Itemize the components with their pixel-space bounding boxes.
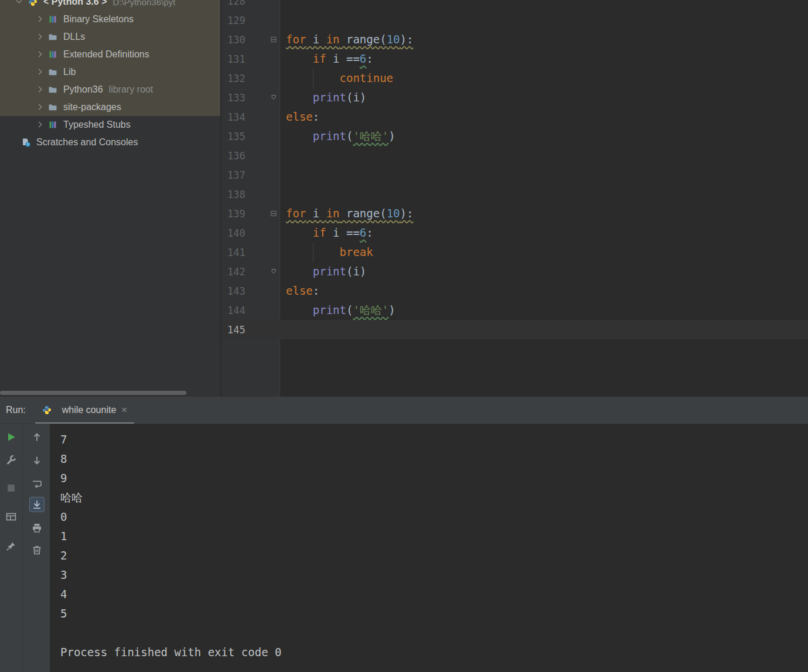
editor-lines: 128129130⊟for i in range(10):131 if i ==… bbox=[221, 0, 808, 339]
chevron-right-icon[interactable] bbox=[35, 121, 43, 129]
trash-button[interactable] bbox=[29, 543, 45, 558]
code-line-129[interactable]: 129 bbox=[221, 11, 808, 30]
code-line-134[interactable]: 134else: bbox=[221, 107, 808, 127]
code-text: for i in range(10): bbox=[280, 204, 413, 223]
run-toolbar-right bbox=[23, 424, 50, 672]
code-line-128[interactable]: 128 bbox=[221, 0, 808, 11]
pin-button[interactable] bbox=[4, 538, 19, 554]
editor-pane[interactable]: 128129130⊟for i in range(10):131 if i ==… bbox=[221, 0, 808, 397]
fold-end-icon[interactable]: ⌂ bbox=[268, 262, 279, 281]
line-number: 137 bbox=[221, 169, 246, 181]
code-line-137[interactable]: 137 bbox=[221, 165, 808, 185]
gutter-line-132[interactable]: 132 bbox=[221, 69, 280, 88]
code-line-139[interactable]: 139⊟for i in range(10): bbox=[221, 204, 808, 223]
run-tab-while-counite[interactable]: while counite × bbox=[35, 397, 134, 424]
gutter-line-139[interactable]: 139⊟ bbox=[221, 204, 280, 223]
code-line-143[interactable]: 143else: bbox=[221, 281, 808, 301]
gutter-line-142[interactable]: 142⌂ bbox=[221, 262, 280, 281]
chevron-right-icon[interactable] bbox=[35, 50, 43, 59]
run-console[interactable]: 789哈哈012345Process finished with exit co… bbox=[50, 424, 808, 672]
line-number: 141 bbox=[221, 247, 246, 258]
code-text: if i ==6: bbox=[280, 49, 373, 69]
run-tab-title: while counite bbox=[62, 405, 117, 415]
tree-item-binary-skeletons[interactable]: Binary Skeletons bbox=[0, 11, 220, 28]
code-text: print('哈哈') bbox=[280, 127, 396, 146]
gutter-line-136[interactable]: 136 bbox=[221, 146, 280, 165]
tree-item-python36[interactable]: Python36library root bbox=[0, 81, 220, 98]
folder-icon bbox=[48, 85, 59, 94]
wrench-button[interactable] bbox=[4, 452, 19, 468]
tree-root-python-3-6[interactable]: < Python 3.6 > D:\Python36\pyt bbox=[0, 0, 220, 11]
layout-button[interactable] bbox=[4, 509, 19, 524]
code-line-141[interactable]: 141 break bbox=[221, 243, 808, 262]
chevron-right-icon[interactable] bbox=[35, 86, 43, 94]
gutter-line-140[interactable]: 140 bbox=[221, 223, 280, 243]
tree-item-typeshed-stubs[interactable]: Typeshed Stubs bbox=[0, 116, 220, 134]
tree-item-scratches-and-consoles[interactable]: Scratches and Consoles bbox=[0, 134, 220, 151]
print-icon bbox=[31, 522, 43, 534]
stop-button[interactable] bbox=[4, 480, 19, 496]
code-line-145[interactable]: 145 bbox=[221, 320, 808, 339]
python-icon bbox=[28, 0, 39, 6]
rerun-button[interactable] bbox=[4, 429, 19, 445]
fold-expanded-icon[interactable]: ⊟ bbox=[268, 30, 279, 49]
tree-item-extended-definitions[interactable]: Extended Definitions bbox=[0, 46, 220, 63]
console-line: 4 bbox=[60, 585, 808, 604]
gutter-line-131[interactable]: 131 bbox=[221, 49, 280, 69]
line-number: 135 bbox=[221, 131, 246, 142]
tree-item-label: Scratches and Consoles bbox=[36, 137, 138, 148]
chevron-down-icon[interactable] bbox=[15, 0, 23, 6]
code-text bbox=[280, 11, 286, 30]
code-line-144[interactable]: 144 print('哈哈') bbox=[221, 301, 808, 320]
fold-expanded-icon[interactable]: ⊟ bbox=[268, 204, 279, 223]
gutter-line-134[interactable]: 134 bbox=[221, 107, 280, 127]
down-arrow-icon bbox=[31, 455, 43, 466]
code-text: continue bbox=[280, 69, 393, 88]
print-button[interactable] bbox=[29, 520, 45, 535]
up-arrow-button[interactable] bbox=[29, 429, 45, 445]
gutter-line-129[interactable]: 129 bbox=[221, 11, 280, 30]
code-line-132[interactable]: 132 continue bbox=[221, 69, 808, 88]
fold-end-icon[interactable]: ⌂ bbox=[268, 88, 279, 107]
code-line-136[interactable]: 136 bbox=[221, 146, 808, 165]
project-horizontal-scrollbar[interactable] bbox=[0, 391, 186, 395]
indent-guide bbox=[313, 69, 313, 88]
close-icon[interactable]: × bbox=[121, 404, 127, 416]
console-line: 哈哈 bbox=[60, 488, 808, 507]
code-line-135[interactable]: 135 print('哈哈') bbox=[221, 127, 808, 146]
gutter-line-138[interactable]: 138 bbox=[221, 185, 280, 204]
code-line-133[interactable]: 133⌂ print(i) bbox=[221, 88, 808, 107]
chevron-right-icon[interactable] bbox=[35, 15, 43, 23]
tree-item-label: Typeshed Stubs bbox=[63, 120, 131, 130]
code-text: print('哈哈') bbox=[280, 301, 396, 320]
gutter-line-141[interactable]: 141 bbox=[221, 243, 280, 262]
code-line-140[interactable]: 140 if i ==6: bbox=[221, 223, 808, 243]
gutter-line-143[interactable]: 143 bbox=[221, 281, 280, 301]
gutter-line-128[interactable]: 128 bbox=[221, 0, 280, 11]
chevron-right-icon[interactable] bbox=[35, 103, 43, 111]
scroll-end-button[interactable] bbox=[29, 497, 45, 512]
tree-root-path: D:\Python36\pyt bbox=[112, 0, 175, 7]
console-line: 0 bbox=[60, 507, 808, 527]
tree-item-dlls[interactable]: DLLs bbox=[0, 28, 220, 46]
down-arrow-button[interactable] bbox=[29, 453, 45, 468]
line-number: 132 bbox=[221, 73, 246, 84]
folder-icon bbox=[48, 32, 59, 42]
chevron-right-icon[interactable] bbox=[35, 33, 43, 41]
soft-wrap-button[interactable] bbox=[29, 476, 45, 492]
code-line-131[interactable]: 131 if i ==6: bbox=[221, 49, 808, 69]
console-line: 1 bbox=[60, 527, 808, 546]
gutter-line-133[interactable]: 133⌂ bbox=[221, 88, 280, 107]
gutter-line-130[interactable]: 130⊟ bbox=[221, 30, 280, 49]
code-text bbox=[280, 320, 286, 339]
tree-item-lib[interactable]: Lib bbox=[0, 63, 220, 81]
gutter-line-135[interactable]: 135 bbox=[221, 127, 280, 146]
chevron-right-icon[interactable] bbox=[35, 68, 43, 76]
code-line-130[interactable]: 130⊟for i in range(10): bbox=[221, 30, 808, 49]
code-line-142[interactable]: 142⌂ print(i) bbox=[221, 262, 808, 281]
gutter-line-144[interactable]: 144 bbox=[221, 301, 280, 320]
gutter-line-145[interactable]: 145 bbox=[221, 320, 280, 339]
gutter-line-137[interactable]: 137 bbox=[221, 165, 280, 185]
code-line-138[interactable]: 138 bbox=[221, 185, 808, 204]
tree-item-site-packages[interactable]: site-packages bbox=[0, 98, 220, 116]
